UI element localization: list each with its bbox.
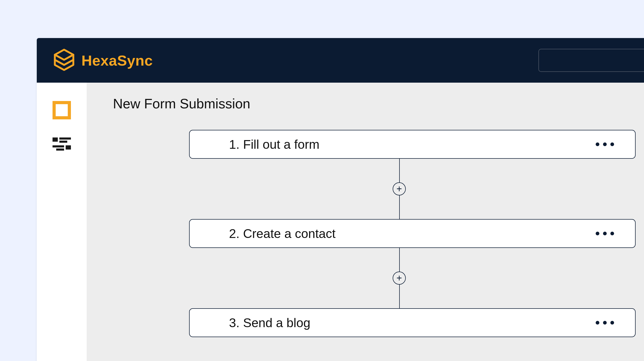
step-menu-button[interactable] <box>596 321 614 325</box>
step-menu-button[interactable] <box>596 232 614 235</box>
more-icon <box>596 232 614 235</box>
add-step-button[interactable]: + <box>393 182 406 195</box>
sidebar <box>37 83 87 361</box>
sidebar-item-checker[interactable] <box>53 136 71 155</box>
plus-icon: + <box>396 273 402 283</box>
sidebar-item-square[interactable] <box>53 102 71 120</box>
header-bar: HexaSync <box>37 38 644 83</box>
svg-rect-5 <box>66 145 71 150</box>
brand-logo-icon <box>53 48 76 72</box>
brand: HexaSync <box>53 48 153 72</box>
workflow-step-1[interactable]: 1. Fill out a form <box>189 130 636 159</box>
step-label: 1. Fill out a form <box>229 137 319 152</box>
checker-icon <box>53 137 71 153</box>
plus-icon: + <box>396 184 402 194</box>
step-label: 3. Send a blog <box>229 316 310 330</box>
svg-rect-1 <box>54 102 70 118</box>
more-icon <box>596 142 614 146</box>
connector: + <box>189 159 644 219</box>
square-icon <box>53 101 71 120</box>
workflow: 1. Fill out a form + <box>189 130 644 337</box>
step-menu-button[interactable] <box>596 142 614 146</box>
add-step-button[interactable]: + <box>393 272 406 285</box>
svg-rect-7 <box>56 148 64 151</box>
svg-rect-4 <box>59 141 67 143</box>
connector: + <box>189 248 644 308</box>
svg-rect-6 <box>53 145 64 147</box>
svg-rect-3 <box>59 137 71 140</box>
search-input[interactable] <box>538 49 644 72</box>
page-title: New Form Submission <box>113 96 644 112</box>
step-label: 2. Create a contact <box>229 226 336 241</box>
more-icon <box>596 321 614 325</box>
main-canvas: New Form Submission 1. Fill out a form <box>87 83 644 361</box>
workflow-step-3[interactable]: 3. Send a blog <box>189 308 636 337</box>
workflow-step-2[interactable]: 2. Create a contact <box>189 219 636 248</box>
svg-rect-2 <box>53 137 58 142</box>
app-window: HexaSync <box>37 38 644 361</box>
brand-name: HexaSync <box>81 52 153 69</box>
body: New Form Submission 1. Fill out a form <box>37 83 644 361</box>
